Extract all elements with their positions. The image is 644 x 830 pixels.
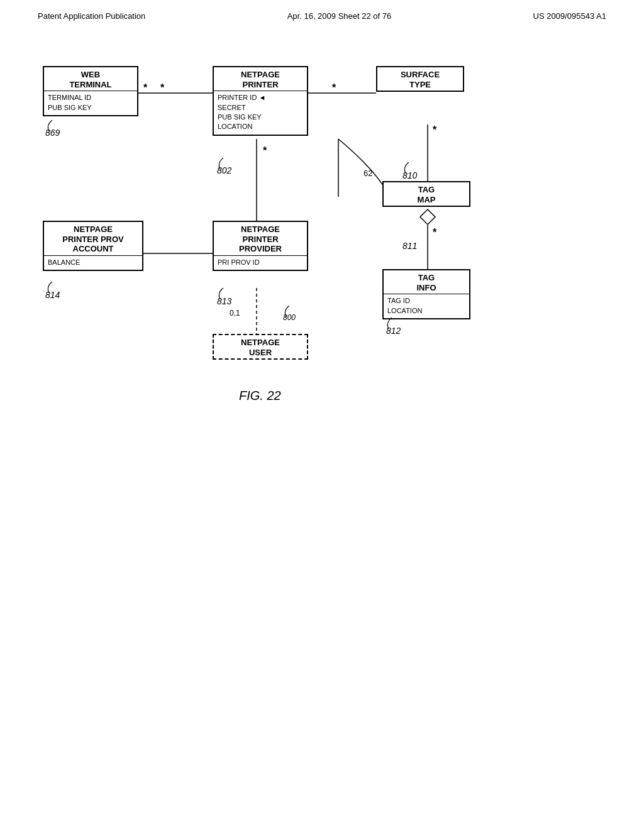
header-center: Apr. 16, 2009 Sheet 22 of 76 xyxy=(287,11,392,21)
netpage-printer-title: NETPAGEPRINTER xyxy=(214,67,307,91)
curve-800 xyxy=(280,306,299,318)
web-terminal-fields: TERMINAL IDPUB SIG KEY xyxy=(44,91,137,115)
netpage-printer-box: NETPAGEPRINTER PRINTER ID ◄SECRETPUB SIG… xyxy=(213,66,308,136)
curve-813 xyxy=(214,288,233,301)
curve-812 xyxy=(382,318,401,330)
surface-type-box: SURFACETYPE xyxy=(376,66,464,92)
curve-869 xyxy=(43,120,62,133)
curve-814 xyxy=(43,282,62,294)
star-tm-ti: * xyxy=(433,227,436,238)
star-wt-np-2: * xyxy=(160,82,164,94)
web-terminal-box: WEBTERMINAL TERMINAL IDPUB SIG KEY xyxy=(43,66,138,116)
fig23-diagram: NIB NIB ID 0,1 824 * NETPAGEPEN PEN ID ◄… xyxy=(0,423,644,830)
curve-810 xyxy=(399,162,418,175)
prov-account-fields: BALANCE xyxy=(44,256,142,270)
star-st-tm: * xyxy=(433,124,436,136)
netpage-printer-fields: PRINTER ID ◄SECRETPUB SIG KEYLOCATION xyxy=(214,91,307,135)
star-wt-np-1: * xyxy=(143,82,147,94)
netpage-printer-provider-box: NETPAGEPRINTERPROVIDER PRI PROV ID xyxy=(213,221,308,271)
star-np-down: * xyxy=(263,145,267,157)
netpage-user-box: NETPAGEUSER xyxy=(213,334,308,360)
curve-802 xyxy=(214,158,233,170)
fig22-diagram: WEBTERMINAL TERMINAL IDPUB SIG KEY 869 N… xyxy=(0,27,644,417)
header-left: Patent Application Publication xyxy=(38,11,145,21)
netpage-user-title: NETPAGEUSER xyxy=(214,335,307,358)
svg-marker-5 xyxy=(420,209,435,224)
tag-info-fields: TAG IDLOCATION xyxy=(384,294,469,318)
prov-account-title: NETPAGEPRINTER PROVACCOUNT xyxy=(44,222,142,255)
tag-map-title: TAGMAP xyxy=(384,182,469,206)
netpage-printer-prov-account-box: NETPAGEPRINTER PROVACCOUNT BALANCE xyxy=(43,221,143,271)
tag-map-box: TAGMAP xyxy=(382,181,470,207)
tag-info-box: TAGINFO TAG IDLOCATION xyxy=(382,269,470,319)
fig23-connectors xyxy=(0,423,644,830)
web-terminal-title: WEBTERMINAL xyxy=(44,67,137,91)
fig22-caption: FIG. 22 xyxy=(239,389,281,403)
surface-type-title: SURFACETYPE xyxy=(377,67,463,91)
page: Patent Application Publication Apr. 16, … xyxy=(0,0,644,830)
page-header: Patent Application Publication Apr. 16, … xyxy=(0,0,644,27)
label-62: 62 xyxy=(364,169,372,178)
provider-fields: PRI PROV ID xyxy=(214,256,307,270)
tag-info-title: TAGINFO xyxy=(384,270,469,294)
label-01-provider: 0,1 xyxy=(230,309,240,318)
label-811: 811 xyxy=(402,241,417,251)
star-np-st: * xyxy=(332,82,336,94)
header-right: US 2009/095543 A1 xyxy=(533,11,606,21)
provider-title: NETPAGEPRINTERPROVIDER xyxy=(214,222,307,255)
